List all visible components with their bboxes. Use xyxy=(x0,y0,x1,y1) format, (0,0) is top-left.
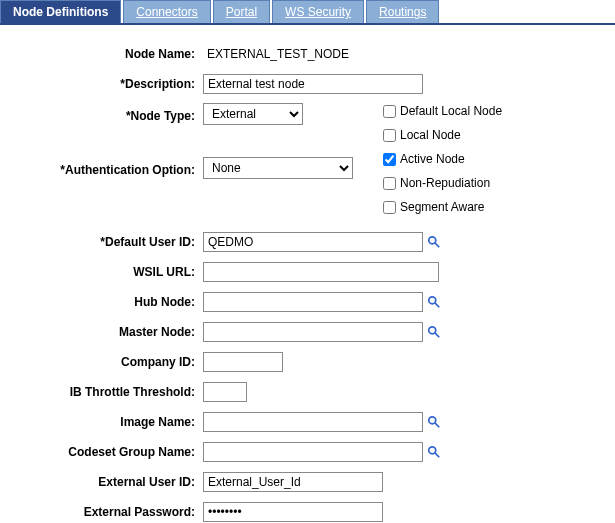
chk-local-node[interactable]: Local Node xyxy=(383,125,502,145)
label-codeset-group: Codeset Group Name: xyxy=(8,445,203,459)
tab-portal[interactable]: Portal xyxy=(213,0,270,23)
select-auth-option[interactable]: None xyxy=(203,157,353,179)
label-image-name: Image Name: xyxy=(8,415,203,429)
label-external-user-id: External User ID: xyxy=(8,475,203,489)
form-node-definitions: Node Name: EXTERNAL_TEST_NODE *Descripti… xyxy=(0,25,615,523)
svg-point-0 xyxy=(429,237,436,244)
label-chk-local-node: Local Node xyxy=(400,128,461,142)
lookup-icon[interactable] xyxy=(427,325,441,339)
label-master-node: Master Node: xyxy=(8,325,203,339)
label-hub-node: Hub Node: xyxy=(8,295,203,309)
lookup-icon[interactable] xyxy=(427,415,441,429)
tab-connectors[interactable]: Connectors xyxy=(123,0,210,23)
svg-point-2 xyxy=(429,297,436,304)
chk-non-repudiation[interactable]: Non-Repudiation xyxy=(383,173,502,193)
checkbox-group: Default Local Node Local Node Active Nod… xyxy=(383,101,502,217)
label-auth-option: *Authentication Option: xyxy=(8,159,203,177)
svg-point-8 xyxy=(429,447,436,454)
svg-line-1 xyxy=(435,243,439,247)
label-chk-segment-aware: Segment Aware xyxy=(400,200,485,214)
label-ib-throttle: IB Throttle Threshold: xyxy=(8,385,203,399)
svg-line-3 xyxy=(435,303,439,307)
input-default-user-id[interactable] xyxy=(203,232,423,252)
checkbox-default-local-node[interactable] xyxy=(383,105,396,118)
lookup-icon[interactable] xyxy=(427,295,441,309)
label-external-password: External Password: xyxy=(8,505,203,519)
input-external-user-id[interactable] xyxy=(203,472,383,492)
chk-active-node[interactable]: Active Node xyxy=(383,149,502,169)
input-wsil-url[interactable] xyxy=(203,262,439,282)
chk-default-local-node[interactable]: Default Local Node xyxy=(383,101,502,121)
value-node-name: EXTERNAL_TEST_NODE xyxy=(203,47,349,61)
label-default-user-id: *Default User ID: xyxy=(8,235,203,249)
svg-point-4 xyxy=(429,327,436,334)
label-description: *Description: xyxy=(8,77,203,91)
input-company-id[interactable] xyxy=(203,352,283,372)
checkbox-local-node[interactable] xyxy=(383,129,396,142)
svg-line-7 xyxy=(435,423,439,427)
label-chk-active-node: Active Node xyxy=(400,152,465,166)
input-image-name[interactable] xyxy=(203,412,423,432)
checkbox-segment-aware[interactable] xyxy=(383,201,396,214)
input-codeset-group[interactable] xyxy=(203,442,423,462)
tab-strip: Node Definitions Connectors Portal WS Se… xyxy=(0,0,615,25)
input-external-password[interactable] xyxy=(203,502,383,522)
chk-segment-aware[interactable]: Segment Aware xyxy=(383,197,502,217)
checkbox-active-node[interactable] xyxy=(383,153,396,166)
lookup-icon[interactable] xyxy=(427,445,441,459)
input-hub-node[interactable] xyxy=(203,292,423,312)
label-chk-default-local-node: Default Local Node xyxy=(400,104,502,118)
label-node-name: Node Name: xyxy=(8,47,203,61)
svg-line-9 xyxy=(435,453,439,457)
label-company-id: Company ID: xyxy=(8,355,203,369)
input-master-node[interactable] xyxy=(203,322,423,342)
tab-node-definitions[interactable]: Node Definitions xyxy=(0,0,121,23)
label-chk-non-repudiation: Non-Repudiation xyxy=(400,176,490,190)
label-wsil-url: WSIL URL: xyxy=(8,265,203,279)
input-description[interactable] xyxy=(203,74,423,94)
svg-point-6 xyxy=(429,417,436,424)
label-node-type: *Node Type: xyxy=(8,105,203,123)
tab-ws-security[interactable]: WS Security xyxy=(272,0,364,23)
select-node-type[interactable]: External xyxy=(203,103,303,125)
svg-line-5 xyxy=(435,333,439,337)
checkbox-non-repudiation[interactable] xyxy=(383,177,396,190)
tab-routings[interactable]: Routings xyxy=(366,0,439,23)
lookup-icon[interactable] xyxy=(427,235,441,249)
input-ib-throttle[interactable] xyxy=(203,382,247,402)
